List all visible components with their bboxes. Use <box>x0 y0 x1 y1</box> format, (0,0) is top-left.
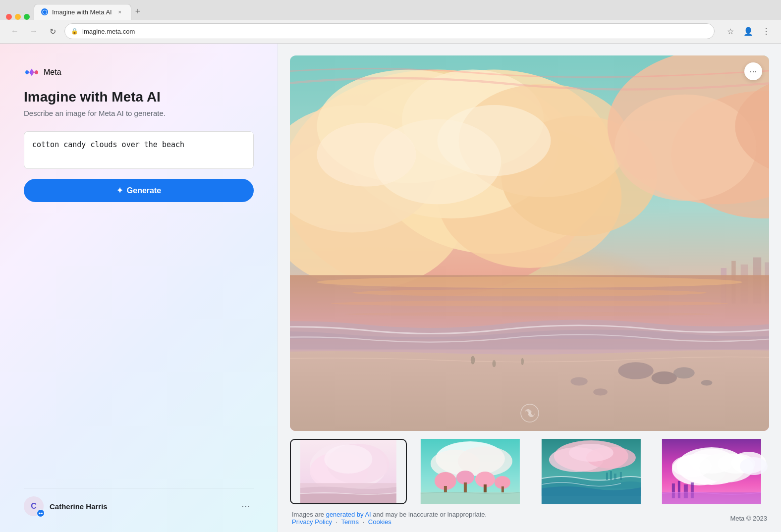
thumbnail-2[interactable] <box>413 439 528 504</box>
cookies-link[interactable]: Cookies <box>368 518 391 526</box>
profile-button[interactable]: 👤 <box>741 24 755 38</box>
svg-point-14 <box>438 105 551 176</box>
user-more-button[interactable]: ⋯ <box>238 498 254 514</box>
svg-point-30 <box>352 289 707 296</box>
svg-rect-70 <box>614 474 616 480</box>
image-more-button[interactable]: ··· <box>744 62 762 80</box>
footer-bar: Images are generated by AI and may be in… <box>290 504 769 532</box>
tab-close-button[interactable]: × <box>116 8 124 16</box>
avatar-meta-badge <box>37 509 45 517</box>
svg-rect-49 <box>300 494 396 503</box>
thumbnail-1[interactable] <box>290 439 407 504</box>
avatar-initial: C <box>31 502 37 511</box>
generate-button-label: Generate <box>127 186 161 195</box>
thumbnail-4[interactable] <box>654 439 769 504</box>
meta-logo-icon <box>24 67 40 77</box>
right-panel: ··· <box>278 44 781 532</box>
watermark-icon <box>520 403 540 423</box>
user-profile: C Catherine Harris ⋯ <box>24 488 254 516</box>
user-name: Catherine Harris <box>50 502 232 511</box>
new-tab-button[interactable]: + <box>131 4 145 20</box>
svg-rect-62 <box>421 492 520 504</box>
app-container: Meta Imagine with Meta AI Describe an im… <box>0 44 781 532</box>
footer-prefix: Images are <box>292 511 326 518</box>
svg-point-34 <box>651 372 676 384</box>
footer-disclaimer: Images are generated by AI and may be in… <box>292 511 487 526</box>
active-tab[interactable]: ◯ Imagine with Meta AI × <box>34 4 131 20</box>
svg-point-17 <box>614 95 756 201</box>
footer-copyright: Meta © 2023 <box>730 515 767 522</box>
page-title: Imagine with Meta AI <box>24 89 254 105</box>
svg-point-36 <box>570 377 587 385</box>
lock-icon: 🔒 <box>71 28 78 35</box>
image-more-icon: ··· <box>749 66 757 77</box>
url-text: imagine.meta.com <box>82 28 708 35</box>
menu-button[interactable]: ⋮ <box>759 24 773 38</box>
generate-icon: ✦ <box>116 186 123 195</box>
minimize-window-button[interactable] <box>15 14 21 20</box>
svg-point-37 <box>701 380 713 385</box>
tab-favicon: ◯ <box>41 8 48 15</box>
traffic-lights <box>6 14 30 20</box>
meta-logo: Meta <box>24 67 254 77</box>
main-image-container: ··· <box>290 55 769 431</box>
browser-chrome: ◯ Imagine with Meta AI × + ← → ↻ 🔒 imagi… <box>0 0 781 44</box>
svg-point-29 <box>317 276 742 288</box>
svg-point-31 <box>331 301 728 306</box>
svg-point-38 <box>593 388 608 395</box>
footer-generated-link[interactable]: generated by AI <box>326 511 371 518</box>
generate-button[interactable]: ✦ Generate <box>24 179 254 202</box>
tab-bar: ◯ Imagine with Meta AI × + <box>0 0 781 20</box>
prompt-input[interactable] <box>24 131 254 169</box>
address-bar[interactable]: 🔒 imagine.meta.com <box>64 23 715 39</box>
svg-point-33 <box>618 362 654 379</box>
thumbnail-3[interactable] <box>534 439 649 504</box>
svg-point-56 <box>456 471 474 484</box>
left-panel: Meta Imagine with Meta AI Describe an im… <box>0 44 278 532</box>
page-subtitle: Describe an image for Meta AI to generat… <box>24 109 254 117</box>
bookmark-button[interactable]: ☆ <box>724 24 737 38</box>
prompt-input-container <box>24 131 254 171</box>
thumbnails-row <box>290 439 769 504</box>
address-bar-row: ← → ↻ 🔒 imagine.meta.com ☆ 👤 ⋮ <box>0 20 781 43</box>
svg-point-77 <box>672 455 712 477</box>
svg-rect-71 <box>619 472 621 480</box>
reload-button[interactable]: ↻ <box>46 24 59 38</box>
forward-button[interactable]: → <box>27 24 41 38</box>
privacy-policy-link[interactable]: Privacy Policy <box>292 518 332 526</box>
svg-rect-69 <box>610 471 612 480</box>
svg-point-35 <box>673 367 695 378</box>
svg-point-39 <box>471 356 475 364</box>
terms-link[interactable]: Terms <box>341 518 359 526</box>
svg-point-40 <box>492 360 496 367</box>
svg-point-85 <box>740 457 768 475</box>
svg-point-47 <box>324 445 372 474</box>
svg-point-41 <box>521 358 524 365</box>
footer-suffix: and may be inaccurate or inappropriate. <box>373 511 487 518</box>
back-button[interactable]: ← <box>8 24 22 38</box>
tab-title: Imagine with Meta AI <box>52 8 112 16</box>
meta-logo-text: Meta <box>44 68 61 77</box>
svg-point-13 <box>317 123 416 187</box>
close-window-button[interactable] <box>6 14 12 20</box>
fullscreen-window-button[interactable] <box>24 14 30 20</box>
browser-actions: ☆ 👤 ⋮ <box>724 24 773 38</box>
footer-sep-1: · <box>336 518 338 526</box>
footer-sep-2: · <box>363 518 365 526</box>
svg-point-32 <box>345 312 714 317</box>
svg-point-67 <box>568 444 613 462</box>
main-generated-image <box>290 55 769 431</box>
svg-rect-68 <box>606 473 608 480</box>
avatar: C <box>24 496 44 516</box>
